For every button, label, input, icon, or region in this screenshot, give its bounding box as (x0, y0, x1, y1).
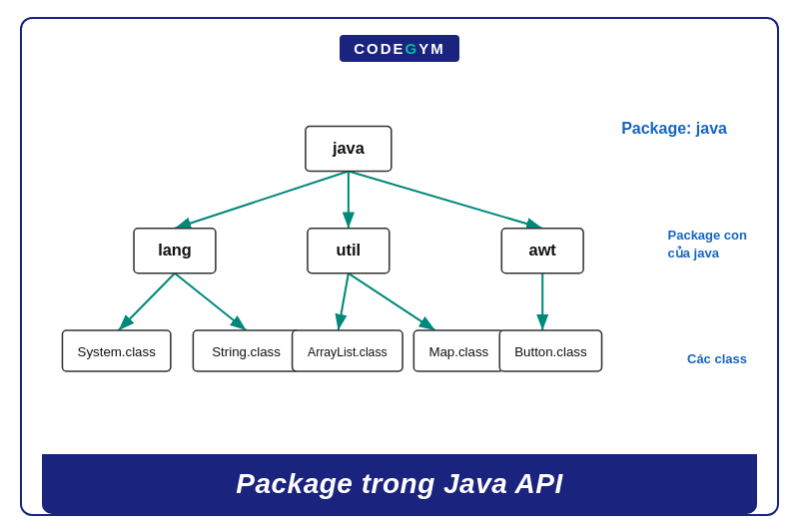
node-arraylist-label: ArrayList.class (308, 344, 388, 358)
annotation-cac-class: Các class (687, 351, 747, 366)
main-card: CODEGYM Package: java Package concủa jav… (20, 17, 779, 516)
bottom-banner: Package trong Java API (42, 454, 757, 514)
line-util-map (349, 272, 435, 329)
node-system-label: System.class (78, 343, 157, 358)
codesym-logo: CODEGYM (340, 35, 459, 62)
logo-bar: CODEGYM (340, 35, 459, 62)
node-awt-label: awt (529, 241, 557, 259)
node-button-label: Button.class (514, 343, 587, 358)
node-string-label: String.class (212, 343, 281, 358)
logo-highlight: G (405, 40, 419, 57)
line-java-lang (175, 171, 349, 228)
node-util-label: util (337, 241, 362, 259)
node-java-label: java (332, 139, 366, 157)
annotation-package-java: Package: java (621, 120, 727, 138)
line-lang-system (119, 272, 175, 329)
node-map-label: Map.class (428, 343, 488, 358)
banner-text: Package trong Java API (236, 468, 562, 499)
node-lang-label: lang (158, 241, 192, 259)
line-java-awt (349, 171, 542, 228)
line-util-arraylist (339, 272, 349, 329)
annotation-package-con: Package concủa java (668, 227, 748, 263)
diagram-area: Package: java Package concủa java Các cl… (42, 72, 757, 450)
line-lang-string (175, 272, 247, 329)
